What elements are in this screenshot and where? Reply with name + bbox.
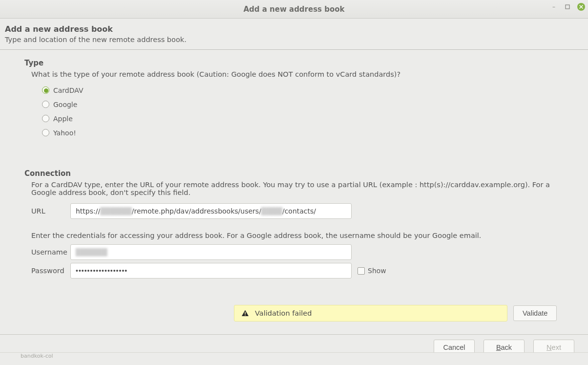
type-question: What is the type of your remote address … [31,70,564,78]
username-label: Username [31,248,70,256]
maximize-icon[interactable] [564,3,571,11]
radio-label: Apple [53,115,73,123]
connection-heading: Connection [24,169,564,178]
password-input[interactable] [70,263,352,279]
show-password-toggle[interactable]: Show [357,267,386,275]
page-subtitle: Type and location of the new remote addr… [5,36,583,43]
wizard-body: Type What is the type of your remote add… [0,50,588,334]
radio-label: Google [53,101,77,108]
connection-section: Connection For a CardDAV type, enter the… [24,169,564,322]
url-label: URL [31,207,70,215]
radio-yahoo[interactable]: Yahoo! [42,126,564,140]
url-input[interactable]: https://██████/remote.php/dav/addressboo… [70,203,352,219]
type-radio-group: CardDAV Google Apple Yahoo! [42,83,564,140]
titlebar: Add a new address book – [0,0,588,19]
password-label: Password [31,267,70,275]
radio-google[interactable]: Google [42,97,564,111]
radio-icon [42,129,49,136]
validate-button[interactable]: Validate [513,305,557,321]
svg-rect-0 [566,5,569,9]
type-heading: Type [24,59,564,67]
validation-message: Validation failed [255,309,312,317]
validation-row: Validation failed Validate [31,305,564,322]
window-title: Add a new address book [243,5,344,14]
checkbox-icon [357,267,365,275]
radio-apple[interactable]: Apple [42,111,564,126]
validation-banner: Validation failed [234,305,507,322]
radio-icon [42,101,49,108]
radio-label: Yahoo! [53,129,76,137]
page-title: Add a new address book [5,24,583,34]
show-label: Show [368,267,386,275]
radio-label: CardDAV [53,86,84,94]
svg-rect-3 [245,312,246,315]
svg-rect-4 [245,315,246,316]
radio-carddav[interactable]: CardDAV [42,83,564,97]
close-icon[interactable] [577,3,585,11]
warning-icon [241,309,249,317]
radio-icon [42,115,49,122]
minimize-icon[interactable]: – [550,3,558,11]
username-row: Username ██████ [31,244,564,260]
type-section: Type What is the type of your remote add… [24,59,564,140]
username-input[interactable]: ██████ [70,244,352,260]
credentials-help: Enter the credentials for accessing your… [31,232,564,239]
radio-icon [42,86,49,94]
password-row: Password Show [31,263,564,279]
wizard-header: Add a new address book Type and location… [0,19,588,50]
background-window-fragment: bandkok-col [0,352,588,365]
url-row: URL https://██████/remote.php/dav/addres… [31,203,564,219]
connection-url-help: For a CardDAV type, enter the URL of you… [31,181,564,196]
window-controls: – [550,3,585,11]
